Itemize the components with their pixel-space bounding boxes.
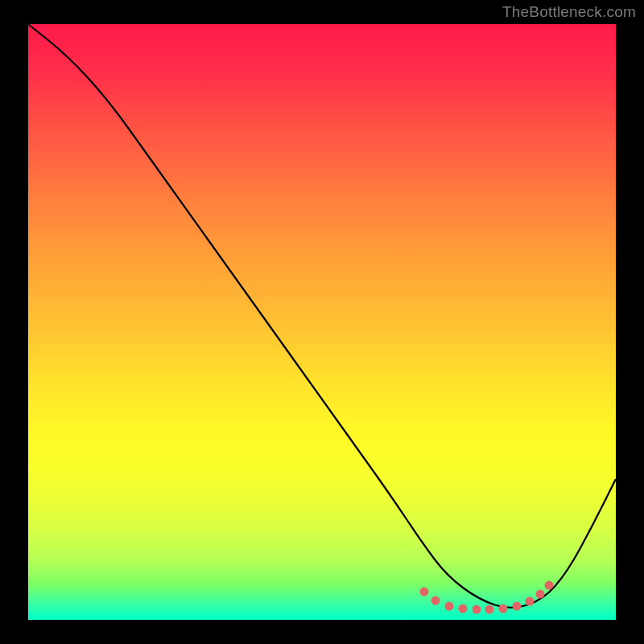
bottleneck-curve: [28, 24, 616, 608]
marker-dot: [545, 581, 554, 590]
marker-dot: [445, 602, 454, 611]
marker-dot: [513, 602, 522, 611]
marker-dot: [499, 605, 508, 613]
chart-container: TheBottleneck.com: [0, 0, 644, 644]
marker-dot: [459, 605, 468, 613]
marker-dot: [473, 605, 481, 614]
marker-dot: [536, 590, 545, 599]
optimal-range-markers: [420, 581, 554, 614]
marker-dot: [431, 597, 440, 605]
marker-dot: [420, 588, 429, 597]
attribution-text: TheBottleneck.com: [502, 3, 636, 21]
chart-svg: [28, 24, 616, 620]
marker-dot: [526, 597, 535, 606]
marker-dot: [485, 605, 494, 614]
